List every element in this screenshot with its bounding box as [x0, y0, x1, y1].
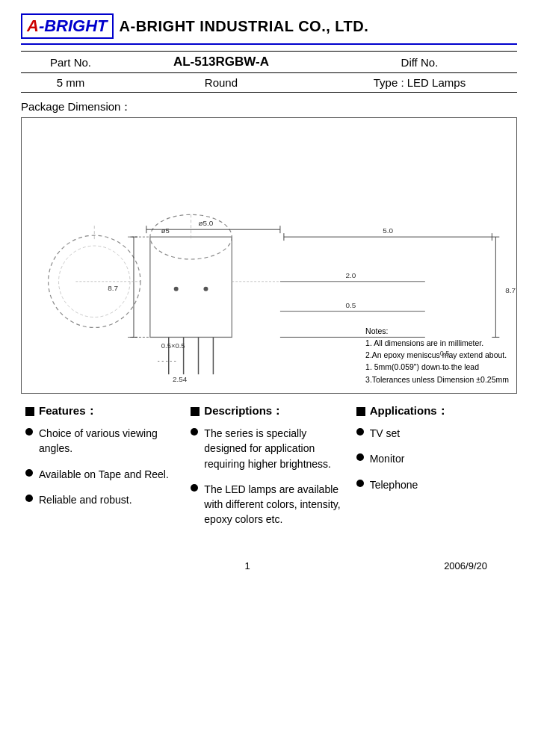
svg-text:ø5: ø5	[161, 226, 170, 235]
three-column-section: Features： Choice of various viewing angl…	[21, 404, 517, 538]
applications-header-label: Applications：	[370, 404, 448, 418]
note1: 1. All dimensions are in millimeter.	[365, 337, 509, 349]
header-divider	[21, 43, 517, 45]
part-no-value: AL-513RGBW-A	[120, 52, 322, 73]
svg-rect-2	[150, 237, 232, 337]
diagram-box: ø5.0 5.0 8.7 2.0 0.5 2.54 8.7	[21, 117, 517, 394]
note4: 3.Tolerances unless Dimension ±0.25mm	[365, 374, 509, 385]
part-info-table: Part No. AL-513RGBW-A Diff No. 5 mm Roun…	[21, 51, 517, 93]
type-label: Type : LED Lamps	[322, 73, 517, 93]
applications-column: Applications： TV set Monitor Telephone	[352, 404, 517, 538]
descriptions-header-label: Descriptions：	[204, 404, 283, 418]
features-item-2: Available on Tape and Reel.	[25, 467, 182, 482]
note3: 1. 5mm(0.059") down to the lead	[365, 361, 509, 373]
features-header-label: Features：	[39, 404, 97, 418]
part-no-label: Part No.	[21, 52, 120, 73]
descriptions-item-1-text: The series is specially designed for app…	[204, 426, 347, 471]
applications-item-1-text: TV set	[370, 426, 400, 441]
applications-item-3: Telephone	[356, 477, 513, 492]
header-bar: A -BRIGHT A-BRIGHT INDUSTRIAL CO., LTD.	[21, 13, 517, 39]
footer: 1 2006/9/20	[21, 560, 517, 571]
descriptions-item-2: The LED lamps are available with differe…	[191, 482, 347, 527]
svg-text:2.0: 2.0	[345, 271, 356, 279]
svg-text:ø5.0: ø5.0	[199, 219, 214, 227]
applications-header: Applications：	[356, 404, 513, 418]
descriptions-item-1: The series is specially designed for app…	[191, 426, 347, 471]
svg-text:0.5×0.5: 0.5×0.5	[161, 341, 185, 350]
svg-text:- - - - -: - - - - -	[158, 357, 176, 365]
bullet-circle-icon	[356, 428, 364, 436]
logo-box: A -BRIGHT	[21, 13, 114, 39]
logo-a: A	[27, 16, 39, 36]
features-header: Features：	[25, 404, 182, 418]
bullet-circle-icon	[25, 428, 33, 436]
svg-text:5.0: 5.0	[383, 226, 393, 235]
svg-point-1	[59, 246, 130, 317]
diff-no-label: Diff No.	[322, 52, 517, 73]
bullet-circle-icon	[25, 469, 33, 477]
diagram-notes: Notes: 1. All dimensions are in millimet…	[365, 325, 509, 385]
applications-item-2: Monitor	[356, 451, 513, 466]
bullet-circle-icon	[191, 428, 198, 436]
features-item-1-text: Choice of various viewing angles.	[39, 426, 182, 456]
logo-bright: -BRIGHT	[39, 16, 108, 36]
page-number: 1	[244, 560, 250, 571]
notes-title: Notes:	[365, 325, 509, 337]
size-label: 5 mm	[21, 73, 120, 93]
descriptions-square-icon	[191, 407, 200, 416]
bullet-circle-icon	[356, 453, 364, 461]
applications-item-2-text: Monitor	[370, 451, 405, 466]
svg-point-38	[174, 287, 179, 291]
features-item-3: Reliable and robust.	[25, 492, 182, 507]
features-column: Features： Choice of various viewing angl…	[21, 404, 186, 538]
bullet-circle-icon	[191, 484, 198, 492]
company-name: A-BRIGHT INDUSTRIAL CO., LTD.	[120, 18, 369, 35]
applications-item-1: TV set	[356, 426, 513, 441]
shape-label: Round	[120, 73, 322, 93]
descriptions-item-2-text: The LED lamps are available with differe…	[204, 482, 347, 527]
applications-item-3-text: Telephone	[370, 477, 418, 492]
bullet-circle-icon	[356, 480, 364, 487]
svg-text:2.54: 2.54	[173, 375, 188, 383]
svg-text:8.7: 8.7	[505, 286, 516, 294]
bullet-circle-icon	[25, 495, 33, 502]
features-square-icon	[25, 407, 34, 416]
footer-date: 2006/9/20	[444, 560, 487, 571]
svg-point-39	[203, 287, 208, 291]
note2: 2.An epoxy meniscus may extend about.	[365, 349, 509, 361]
package-dimension-label: Package Dimension：	[21, 100, 517, 114]
applications-square-icon	[356, 407, 365, 416]
svg-text:8.7: 8.7	[108, 284, 118, 292]
svg-text:0.5: 0.5	[345, 301, 356, 309]
descriptions-header: Descriptions：	[191, 404, 347, 418]
features-item-1: Choice of various viewing angles.	[25, 426, 182, 456]
features-item-3-text: Reliable and robust.	[39, 492, 132, 507]
features-item-2-text: Available on Tape and Reel.	[39, 467, 169, 482]
descriptions-column: Descriptions： The series is specially de…	[186, 404, 351, 538]
